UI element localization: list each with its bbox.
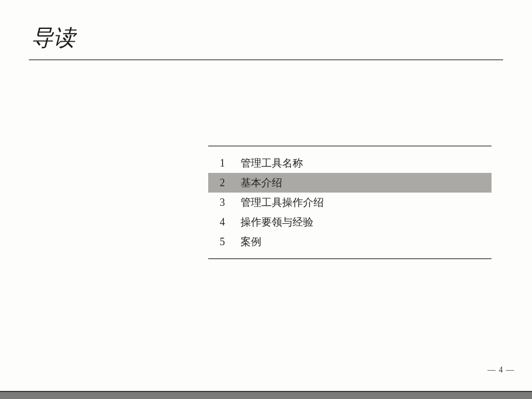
toc-item-1[interactable]: 1管理工具名称 [208,153,492,173]
toc-item-4[interactable]: 4操作要领与经验 [208,212,492,232]
toc-item-number: 2 [220,177,241,189]
toc-item-label: 管理工具名称 [241,156,303,170]
table-of-contents: 1管理工具名称2基本介绍3管理工具操作介绍4操作要领与经验5案例 [208,146,492,259]
toc-top-divider [208,146,492,146]
page-number: — 4 — [487,365,515,375]
toc-item-3[interactable]: 3管理工具操作介绍 [208,193,492,212]
toc-item-2[interactable]: 2基本介绍 [208,173,492,193]
page-title: 导读 [29,23,503,53]
bottom-border [0,391,532,399]
slide: 导读 1管理工具名称2基本介绍3管理工具操作介绍4操作要领与经验5案例 — 4 … [0,0,532,399]
toc-item-label: 管理工具操作介绍 [241,195,324,209]
title-divider [29,60,503,60]
toc-bottom-divider [208,258,492,259]
toc-item-number: 1 [220,157,241,169]
toc-item-5[interactable]: 5案例 [208,232,492,252]
toc-list: 1管理工具名称2基本介绍3管理工具操作介绍4操作要领与经验5案例 [208,153,492,252]
toc-item-number: 3 [220,197,241,209]
toc-item-number: 4 [220,216,241,228]
toc-item-label: 操作要领与经验 [241,215,313,229]
toc-item-number: 5 [220,236,241,248]
toc-item-label: 基本介绍 [241,176,282,190]
toc-item-label: 案例 [241,235,261,249]
